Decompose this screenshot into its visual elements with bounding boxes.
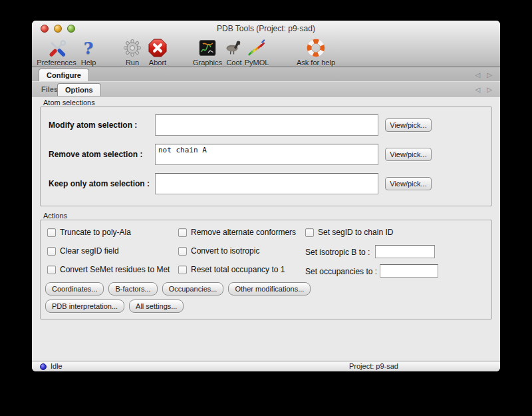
graphics-button[interactable]: Graphics	[193, 37, 222, 67]
keep-only-view-pick-button[interactable]: View/pick...	[385, 177, 432, 190]
prev-tab-arrow-icon[interactable]: ◁	[475, 86, 481, 93]
abort-stop-icon	[148, 37, 168, 58]
pdb-tools-window: PDB Tools (Project: p9-sad) Preferences …	[32, 21, 500, 371]
toolbar-item-label: Run	[126, 59, 139, 67]
atom-selections-group: Modify atom selection : View/pick... Rem…	[40, 106, 492, 206]
tab-options[interactable]: Options	[57, 83, 101, 96]
checkbox-label: Remove alternate conformers	[191, 228, 296, 237]
set-segid-to-chain-id-checkbox[interactable]	[305, 228, 314, 237]
checkbox-label: Convert to isotropic	[191, 246, 259, 256]
status-led-icon	[40, 363, 47, 370]
abort-button[interactable]: Abort	[148, 37, 168, 67]
checkbox-row: Remove alternate conformers	[178, 228, 296, 237]
pymol-button[interactable]: PyMOL	[245, 37, 269, 67]
remove-alternate-conformers-checkbox[interactable]	[178, 228, 187, 237]
remove-atom-selection-label: Remove atom selection :	[49, 150, 142, 159]
coot-bird-icon	[224, 37, 244, 58]
modify-atom-selection-input[interactable]	[155, 114, 378, 136]
checkbox-label: Set segID to chain ID	[318, 228, 393, 237]
tab-files[interactable]: Files	[41, 85, 58, 93]
set-isotropic-b-input[interactable]	[375, 245, 435, 258]
toolbar-item-label: Abort	[149, 59, 166, 67]
checkbox-label: Convert SeMet residues to Met	[60, 265, 170, 274]
project-label: Project: p9-sad	[349, 362, 398, 370]
next-tab-arrow-icon[interactable]: ▷	[487, 71, 492, 79]
actions-button-row-1: Coordinates... B-factors... Occupancies.…	[45, 282, 311, 296]
graphics-icon	[198, 37, 217, 58]
pymol-ribbon-icon	[247, 37, 267, 58]
options-tab-panel: Atom selections Modify atom selection : …	[32, 97, 500, 361]
pdb-interpretation-button[interactable]: PDB interpretation...	[45, 300, 124, 313]
keep-only-atom-selection-label: Keep only atom selection :	[49, 179, 150, 188]
checkbox-label: Clear segID field	[60, 246, 119, 256]
truncate-poly-ala-checkbox[interactable]	[47, 228, 56, 237]
checkbox-row: Clear segID field	[47, 246, 119, 256]
coot-button[interactable]: Coot	[224, 37, 244, 67]
preferences-tools-icon	[47, 37, 66, 58]
actions-group: Truncate to poly-Ala Clear segID field C…	[40, 220, 492, 319]
checkbox-row: Reset total occupancy to 1	[178, 265, 285, 274]
toolbar-item-label: Coot	[226, 59, 241, 67]
status-bar: Idle Project: p9-sad	[32, 361, 500, 371]
desktop-background: { "window_title": "PDB Tools (Project: p…	[0, 0, 532, 416]
actions-button-row-2: PDB interpretation... All settings...	[45, 300, 184, 313]
tab-nav-row2: ◁ ▷	[475, 86, 492, 93]
checkbox-row: Convert SeMet residues to Met	[47, 265, 170, 274]
window-title: PDB Tools (Project: p9-sad)	[32, 24, 500, 33]
toolbar-item-label: Graphics	[193, 59, 222, 67]
next-tab-arrow-icon[interactable]: ▷	[487, 86, 492, 93]
remove-view-pick-button[interactable]: View/pick...	[385, 148, 432, 161]
remove-atom-selection-input[interactable]: not chain A	[155, 144, 378, 165]
toolbar-item-label: Preferences	[37, 59, 76, 67]
ask-for-help-lifebuoy-icon	[306, 37, 326, 58]
checkbox-label: Reset total occupancy to 1	[191, 265, 285, 274]
prev-tab-arrow-icon[interactable]: ◁	[475, 71, 481, 79]
clear-segid-field-checkbox[interactable]	[47, 247, 56, 256]
modify-view-pick-button[interactable]: View/pick...	[385, 118, 432, 132]
configure-tab-bar: Configure ◁ ▷	[32, 67, 500, 82]
ask-for-help-button[interactable]: Ask for help	[297, 37, 335, 67]
coordinates-button[interactable]: Coordinates...	[45, 282, 104, 296]
set-isotropic-b-label: Set isotropic B to :	[305, 248, 370, 257]
other-modifications-button[interactable]: Other modifications...	[228, 282, 311, 296]
checkbox-row: Set segID to chain ID	[305, 228, 393, 237]
help-button[interactable]: ? Help	[81, 37, 96, 67]
run-button[interactable]: Run	[122, 37, 142, 67]
set-occupancies-label: Set occupancies to :	[305, 267, 377, 276]
tab-nav-row1: ◁ ▷	[475, 71, 492, 79]
keep-only-atom-selection-input[interactable]	[155, 173, 378, 194]
toolbar-item-label: PyMOL	[245, 59, 269, 67]
files-options-tab-bar: Files Options ◁ ▷	[32, 82, 500, 97]
checkbox-label: Truncate to poly-Ala	[60, 228, 131, 237]
title-bar[interactable]: PDB Tools (Project: p9-sad) Preferences …	[32, 21, 500, 67]
run-gear-icon	[122, 37, 142, 58]
convert-to-isotropic-checkbox[interactable]	[178, 247, 187, 256]
checkbox-row: Convert to isotropic	[178, 246, 259, 256]
convert-semet-checkbox[interactable]	[47, 266, 56, 274]
status-text: Idle	[51, 362, 63, 370]
toolbar-item-label: Help	[81, 59, 96, 67]
preferences-button[interactable]: Preferences	[37, 37, 76, 67]
b-factors-button[interactable]: B-factors...	[108, 282, 157, 296]
modify-atom-selection-label: Modify atom selection :	[49, 120, 137, 130]
tab-configure[interactable]: Configure	[39, 69, 89, 81]
all-settings-button[interactable]: All settings...	[129, 300, 184, 313]
set-occupancies-input[interactable]	[380, 264, 438, 278]
reset-total-occupancy-checkbox[interactable]	[178, 266, 187, 274]
toolbar-item-label: Ask for help	[297, 59, 335, 67]
checkbox-row: Truncate to poly-Ala	[47, 228, 131, 237]
occupancies-button[interactable]: Occupancies...	[162, 282, 224, 296]
help-question-icon: ?	[84, 37, 94, 58]
atom-selections-group-label: Atom selections	[43, 99, 95, 106]
actions-group-label: Actions	[43, 212, 67, 220]
